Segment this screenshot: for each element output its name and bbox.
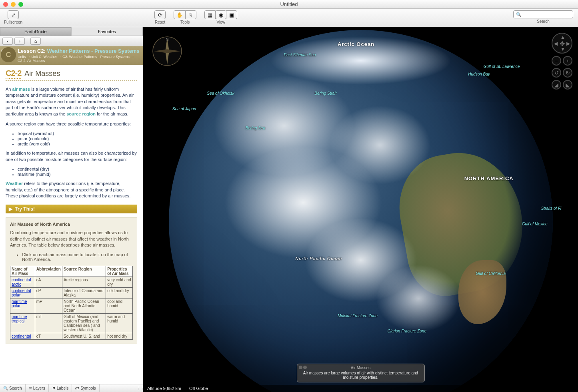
arrow-left-icon: ◀ xyxy=(554,41,558,46)
zoom-out-button[interactable]: − xyxy=(552,56,561,66)
view-panel-button[interactable]: ▣ xyxy=(226,10,237,19)
minimize-button[interactable] xyxy=(11,2,16,7)
try-arrow-icon: ▶ xyxy=(9,206,12,212)
globe-viewport[interactable]: Arctic Ocean East Siberian Sea Bering St… xyxy=(143,27,578,392)
info-controls xyxy=(299,366,307,369)
reset-label: Reset xyxy=(155,20,165,24)
tilt-up-button[interactable]: ◣ xyxy=(563,80,572,90)
tilt-icon: ◢ xyxy=(554,82,558,88)
paragraph-1: An air mass is a large volume of air tha… xyxy=(6,86,137,117)
rotate-cw-button[interactable]: ↻ xyxy=(563,68,572,78)
info-balloon: Air Masses Air masses are large volumes … xyxy=(297,364,425,382)
try-this-body: Air Masses of North America Combining te… xyxy=(6,217,137,344)
nav-forward-button[interactable]: › xyxy=(14,38,25,45)
airmass-link[interactable]: maritime tropical xyxy=(12,314,27,323)
window-title: Untitled xyxy=(280,1,298,7)
table-header: Source Region xyxy=(62,266,106,277)
info-body: Air masses are large volumes of air with… xyxy=(300,371,421,380)
paragraph-3: In addition to temperature, air masses c… xyxy=(6,150,137,163)
tag-icon: 🏷 xyxy=(75,386,79,390)
label-north-america: NORTH AMERICA xyxy=(464,175,514,181)
panel-icon: ▣ xyxy=(229,12,234,18)
label-gulf-st-lawrence: Gulf of St. Lawrence xyxy=(484,64,520,69)
label-okhotsk: Sea of Okhotsk xyxy=(207,91,234,96)
paragraph-4: Weather refers to the physical condition… xyxy=(6,181,137,199)
breadcrumb: Units → Unit C: Weather → C2: Weather Pa… xyxy=(18,55,140,63)
tools-label: Tools xyxy=(180,20,190,24)
resize-handle[interactable]: ⋮⋮ xyxy=(138,384,143,392)
nav-pan-pad[interactable]: ▲ ▼ ◀ ▶ ✥ xyxy=(552,33,572,54)
view-globe-button[interactable]: ◉ xyxy=(215,10,226,19)
nav-home-button[interactable]: ⌂ xyxy=(30,38,41,45)
airmass-link[interactable]: continental xyxy=(12,334,31,338)
view-label: View xyxy=(216,20,225,24)
lesson-title: Lesson C2: Weather Patterns - Pressure S… xyxy=(18,48,140,54)
flag-icon: ⚑ xyxy=(52,386,56,390)
list-item: arctic (very cold) xyxy=(18,141,137,146)
lesson-title-link[interactable]: Weather Patterns - Pressure Systems xyxy=(47,48,140,54)
info-min-button[interactable] xyxy=(303,366,307,369)
label-east-siberian: East Siberian Sea xyxy=(284,53,316,57)
rotate-cw-icon: ↻ xyxy=(566,70,570,76)
list-item: maritime (humid) xyxy=(18,172,137,177)
bottom-tab-labels[interactable]: ⚑Labels xyxy=(49,384,72,392)
tilt-icon: ◣ xyxy=(566,82,570,88)
tools-pan-button[interactable]: ✋ xyxy=(174,10,186,19)
table-row: continental arcticcAArctic regionsvery c… xyxy=(10,277,133,288)
zoom-in-button[interactable]: + xyxy=(563,56,572,66)
term-air-mass[interactable]: air mass xyxy=(12,87,30,92)
bottom-tab-search[interactable]: 🔍Search xyxy=(0,384,26,392)
compass-widget[interactable]: N xyxy=(151,35,183,67)
earth-globe[interactable]: Arctic Ocean East Siberian Sea Bering St… xyxy=(169,30,553,392)
grid-icon: ▦ xyxy=(208,12,212,18)
search-label: Search xyxy=(537,19,550,24)
label-japan: Sea of Japan xyxy=(172,107,196,111)
tab-favorites[interactable]: Favorites xyxy=(72,27,143,36)
label-clarion: Clarion Fracture Zone xyxy=(388,329,426,333)
fullscreen-button[interactable]: ⤢ xyxy=(8,10,19,19)
nav-controls: ▲ ▼ ◀ ▶ ✥ − + ↺ ↻ ◢ ◣ xyxy=(552,33,572,90)
list-item: polar (cool/cold) xyxy=(18,136,137,141)
search-input[interactable]: 🔍 xyxy=(513,10,573,18)
bottom-tab-layers[interactable]: ≋Layers xyxy=(26,384,49,392)
try-paragraph: Combining temperature and moisture prope… xyxy=(10,230,133,248)
table-header: Name of Air Mass xyxy=(10,266,35,277)
airmass-table: Name of Air Mass Abbreviation Source Reg… xyxy=(10,266,133,340)
rotate-ccw-button[interactable]: ↺ xyxy=(552,68,561,78)
offglobe-readout: Off Globe xyxy=(189,386,208,391)
view-grid-button[interactable]: ▦ xyxy=(204,10,216,19)
rotate-ccw-icon: ↺ xyxy=(554,70,559,76)
tab-earthguide[interactable]: EarthGuide xyxy=(0,27,72,36)
try-bullet: Click on each air mass name to locate it… xyxy=(22,252,133,262)
reload-icon: ⟳ xyxy=(158,12,162,18)
reset-button[interactable]: ⟳ xyxy=(154,10,166,19)
close-button[interactable] xyxy=(3,2,8,7)
section-number: C2-2 xyxy=(6,69,21,79)
arrow-right-icon: ▶ xyxy=(566,41,570,46)
move-icon: ✥ xyxy=(560,40,565,48)
plus-icon: + xyxy=(566,58,569,64)
table-header: Properties of Air Mass xyxy=(106,266,133,277)
maximize-button[interactable] xyxy=(18,2,23,7)
tools-select-button[interactable]: ☟ xyxy=(185,10,196,19)
lesson-header: Unit C Lesson C2: Weather Patterns - Pre… xyxy=(0,46,143,65)
info-close-button[interactable] xyxy=(299,366,302,369)
tilt-down-button[interactable]: ◢ xyxy=(552,80,561,90)
bottom-tab-symbols[interactable]: 🏷Symbols xyxy=(72,384,99,392)
search-icon: 🔍 xyxy=(3,386,8,390)
term-source-region[interactable]: source region xyxy=(66,111,96,116)
label-molokai: Molokai Fracture Zone xyxy=(338,314,378,318)
sidebar: EarthGuide Favorites ‹ › ⌂ Unit C Lesson… xyxy=(0,27,143,392)
term-weather[interactable]: Weather xyxy=(6,181,23,186)
search-field[interactable] xyxy=(523,12,572,17)
airmass-link[interactable]: continental polar xyxy=(12,289,31,297)
airmass-link[interactable]: continental arctic xyxy=(12,278,31,287)
fullscreen-icon: ⤢ xyxy=(11,12,16,18)
nav-back-button[interactable]: ‹ xyxy=(2,38,13,45)
toolbar: ⤢ Fullscreen ⟳ Reset ✋ ☟ Tools ▦ ◉ ▣ Vie… xyxy=(0,9,578,27)
label-straits-fl: Straits of Fl xyxy=(541,206,562,211)
list-item: tropical (warm/hot) xyxy=(18,131,137,136)
airmass-link[interactable]: maritime polar xyxy=(12,299,27,308)
label-north-pacific: North Pacific Ocean xyxy=(295,256,342,261)
label-gulf-california: Gulf of California xyxy=(476,271,506,276)
